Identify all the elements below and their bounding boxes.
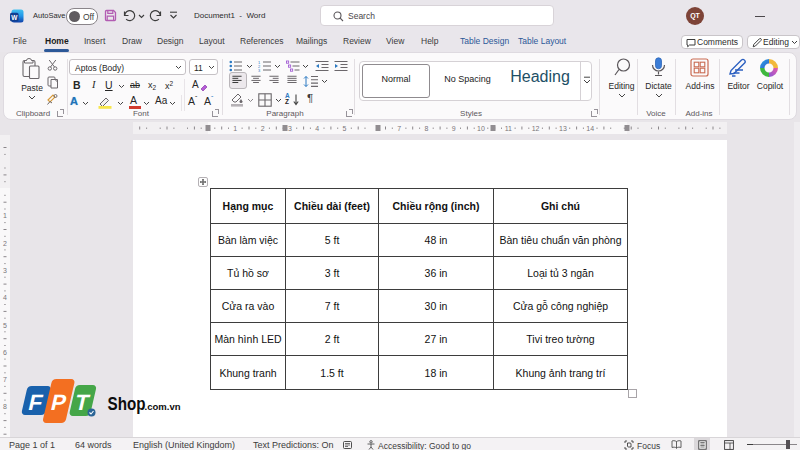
svg-text:7: 7 <box>3 376 7 383</box>
svg-text:4: 4 <box>315 125 319 132</box>
svg-text:8: 8 <box>3 403 7 410</box>
svg-text:3: 3 <box>258 68 261 73</box>
svg-text:4: 4 <box>3 294 7 301</box>
svg-text:5: 5 <box>3 322 7 329</box>
svg-text:9: 9 <box>452 125 456 132</box>
svg-text:13: 13 <box>559 125 567 132</box>
svg-text:3: 3 <box>288 125 292 132</box>
svg-text:.com.vn: .com.vn <box>145 401 181 412</box>
svg-text:6: 6 <box>3 349 7 356</box>
svg-text:7: 7 <box>397 125 401 132</box>
svg-text:3: 3 <box>3 267 7 274</box>
svg-text:10: 10 <box>477 125 485 132</box>
svg-text:8: 8 <box>424 125 428 132</box>
svg-text:2: 2 <box>261 125 265 132</box>
svg-text:12: 12 <box>532 125 540 132</box>
svg-text:11: 11 <box>505 125 512 132</box>
svg-text:1: 1 <box>233 125 237 132</box>
svg-text:W: W <box>11 14 18 21</box>
svg-text:2: 2 <box>3 240 7 247</box>
svg-text:1: 1 <box>3 212 7 219</box>
svg-text:14: 14 <box>586 125 594 132</box>
svg-text:Shop: Shop <box>108 393 146 415</box>
svg-text:5: 5 <box>343 125 347 132</box>
